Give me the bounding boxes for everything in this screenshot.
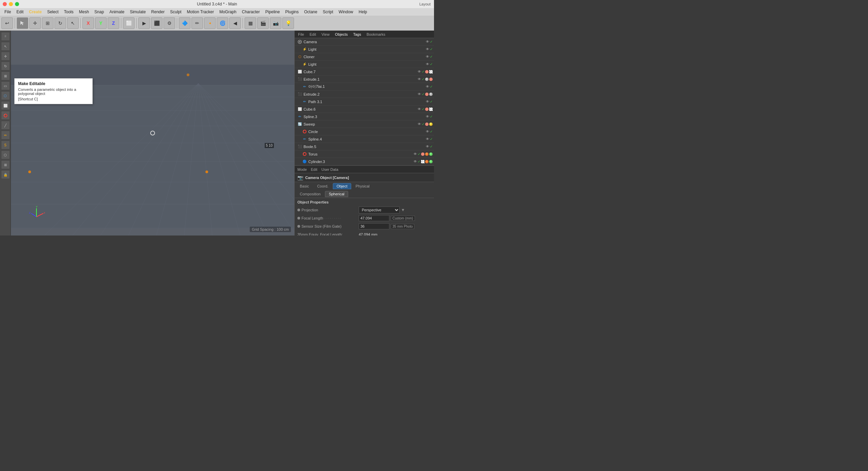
obj-row-boole5[interactable]: ⬛ Boole.5 👁 ✓	[295, 143, 434, 150]
menu-simulate[interactable]: Simulate	[127, 9, 148, 15]
maximize-button[interactable]	[15, 2, 19, 6]
menu-window[interactable]: Window	[336, 9, 356, 15]
menu-animate[interactable]: Animate	[107, 9, 127, 15]
objects-tab-view[interactable]: View	[320, 32, 331, 37]
menu-create[interactable]: Create	[27, 9, 44, 15]
undo-button[interactable]: ↩	[1, 17, 13, 29]
objects-tab-tags[interactable]: Tags	[352, 32, 362, 37]
menu-render[interactable]: Render	[149, 9, 167, 15]
left-tool-sculpt[interactable]: ⬡	[1, 150, 10, 159]
left-tool-paint[interactable]: S	[1, 141, 10, 149]
menu-help[interactable]: Help	[356, 9, 370, 15]
obj-row-spline1[interactable]: ✏ 아이7lai.1 👁 ✓	[295, 83, 434, 91]
menu-pipeline[interactable]: Pipeline	[263, 9, 282, 15]
cube-button[interactable]: 🔷	[179, 17, 190, 29]
keyframe-button[interactable]: ⬛	[151, 17, 162, 29]
pen-button[interactable]: ✏	[191, 17, 203, 29]
menu-file[interactable]: File	[2, 9, 13, 15]
menu-edit[interactable]: Edit	[14, 9, 26, 15]
menu-mesh[interactable]: Mesh	[77, 9, 91, 15]
obj-row-cube6[interactable]: ⬜ Cube.6 👁 ✓	[295, 105, 434, 113]
menu-plugins[interactable]: Plugins	[283, 9, 301, 15]
menu-character[interactable]: Character	[239, 9, 262, 15]
obj-row-torus[interactable]: ⭕ Torus 👁 ✓	[295, 150, 434, 158]
left-tool-pen[interactable]: ✏	[1, 131, 10, 140]
move-tool-button[interactable]: ✛	[29, 17, 41, 29]
objects-tab-bookmarks[interactable]: Bookmarks	[365, 32, 387, 37]
obj-row-cloner[interactable]: ⬡ Cloner 👁 ✓	[295, 53, 434, 61]
obj-row-cube7[interactable]: ⬜ Cube.7 👁 ✓	[295, 68, 434, 76]
prop-tab-userdata[interactable]: User Data	[322, 167, 339, 172]
menu-select[interactable]: Select	[45, 9, 61, 15]
menu-tools[interactable]: Tools	[62, 9, 76, 15]
objects-tab-file[interactable]: File	[297, 32, 306, 37]
left-tool-select[interactable]: ↖	[1, 42, 10, 51]
left-tool-knife[interactable]: ╱	[1, 121, 10, 130]
prop-subtab-object[interactable]: Object	[333, 183, 351, 189]
scale-tool-button[interactable]: ⊞	[42, 17, 53, 29]
prop-subtab-composition[interactable]: Composition	[296, 191, 324, 197]
left-tool-uv[interactable]: ⊞	[1, 160, 10, 169]
rotate-tool-button[interactable]: ↻	[55, 17, 66, 29]
prop-focal-input[interactable]	[359, 215, 389, 221]
left-tool-scale[interactable]: ⊞	[1, 71, 10, 80]
obj-row-light2[interactable]: ⚡ Light 👁 ✓	[295, 61, 434, 68]
viewport[interactable]: View Cameras Display Options Filter Pane…	[11, 31, 294, 236]
objects-tab-edit[interactable]: Edit	[308, 32, 317, 37]
prop-subtab-spherical[interactable]: Spherical	[325, 191, 348, 197]
prop-tab-edit[interactable]: Edit	[311, 167, 317, 172]
menu-script[interactable]: Script	[320, 9, 336, 15]
obj-row-camera[interactable]: Camera 👁 ✓	[295, 38, 434, 46]
deformer-button[interactable]: 🌀	[217, 17, 228, 29]
light-button[interactable]: 💡	[282, 17, 294, 29]
left-tool-poly[interactable]: ⬡	[1, 91, 10, 100]
prop-subtab-basic[interactable]: Basic	[296, 183, 313, 189]
obj-row-light1[interactable]: ⚡ Light 👁 ✓	[295, 46, 434, 53]
menu-motiontracker[interactable]: Motion Tracker	[185, 9, 216, 15]
obj-row-path31[interactable]: ✏ Path 3.1 👁 ✓	[295, 98, 434, 105]
prop-projection-select[interactable]: Perspective	[359, 207, 400, 213]
obj-row-spline4[interactable]: ✏ Spline.4 👁 ✓	[295, 135, 434, 143]
menu-octane[interactable]: Octane	[302, 9, 320, 15]
minimize-button[interactable]	[9, 2, 13, 6]
menu-sculpt[interactable]: Sculpt	[168, 9, 184, 15]
obj-row-spline3[interactable]: ✏ Spline.3 👁 ✓	[295, 113, 434, 120]
record-button[interactable]: ▶	[138, 17, 150, 29]
prop-subtab-physical[interactable]: Physical	[352, 183, 373, 189]
scene-manager-button[interactable]: ▦	[245, 17, 256, 29]
z-axis-button[interactable]: Z	[108, 17, 119, 29]
obj-row-cylinder3[interactable]: 🔵 Cylinder.3 👁 ✓	[295, 158, 434, 165]
left-tool-cube[interactable]: ⬜	[1, 101, 10, 110]
spline1-check-icon: ✓	[430, 85, 433, 88]
menu-snap[interactable]: Snap	[92, 9, 106, 15]
prop-tab-mode[interactable]: Mode	[297, 167, 307, 172]
select2-tool-button[interactable]: ↖	[67, 17, 79, 29]
obj-name-torus: Torus	[308, 152, 412, 156]
timeline-button[interactable]: 🎬	[257, 17, 269, 29]
nurbs-button[interactable]: 🔸	[204, 17, 216, 29]
obj-row-circle[interactable]: ⭕ Circle 👁 ✓	[295, 128, 434, 135]
left-tool-sphere[interactable]: ⭕	[1, 111, 10, 120]
y-axis-button[interactable]: Y	[95, 17, 107, 29]
object-tool-button[interactable]: ⬜	[123, 17, 135, 29]
field-button[interactable]: ◀	[229, 17, 241, 29]
left-tool-move[interactable]: ✛	[1, 52, 10, 61]
left-tool-lock[interactable]: 🔒	[1, 170, 10, 179]
prop-subtab-coord[interactable]: Coord.	[313, 183, 332, 189]
window-controls[interactable]	[3, 2, 19, 6]
x-axis-button[interactable]: X	[82, 17, 94, 29]
select-tool-button[interactable]	[17, 17, 28, 29]
menu-mograph[interactable]: MoGraph	[217, 9, 239, 15]
left-tool-rotate[interactable]: ↻	[1, 62, 10, 70]
render-view-button[interactable]: 📷	[270, 17, 281, 29]
objects-tab-objects[interactable]: Objects	[334, 32, 349, 37]
left-tool-mode[interactable]: ⠿	[1, 32, 10, 41]
obj-row-extrude1[interactable]: ⬛ Extrude.1 👁 ✓	[295, 76, 434, 83]
prop-sensor-input[interactable]	[359, 223, 389, 229]
obj-row-sweep[interactable]: 🔃 Sweep 👁 ✓	[295, 120, 434, 128]
close-button[interactable]	[3, 2, 7, 6]
auto-key-button[interactable]: ⚙	[164, 17, 175, 29]
left-tool-rect[interactable]: ▭	[1, 81, 10, 90]
prop-dot-sensor	[297, 225, 300, 228]
obj-row-extrude2[interactable]: ⬛ Extrude.2 👁 ✓	[295, 91, 434, 98]
